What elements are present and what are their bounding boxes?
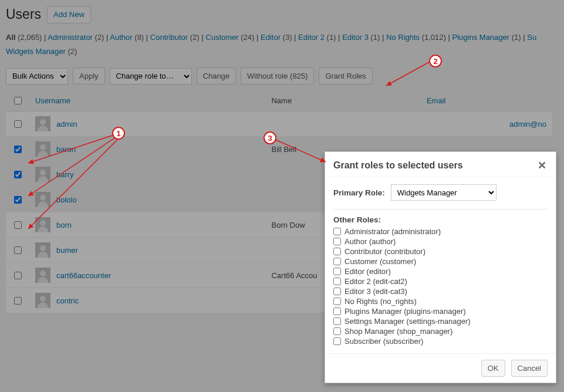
- role-checkbox[interactable]: [333, 268, 341, 275]
- grant-roles-dialog: Grant roles to selected users ✕ Primary …: [325, 151, 556, 383]
- role-checkbox[interactable]: [333, 298, 341, 305]
- role-checkbox[interactable]: [333, 278, 341, 285]
- primary-role-select[interactable]: Widgets Manager: [391, 184, 497, 201]
- role-option[interactable]: Editor 2 (edit-cat2): [333, 276, 548, 286]
- primary-role-label: Primary Role:: [333, 188, 385, 197]
- role-label: Subscriber (subscriber): [345, 337, 423, 346]
- role-label: Contributor (contributor): [345, 247, 425, 256]
- role-option[interactable]: Settings Manager (settings-manager): [333, 316, 548, 326]
- role-option[interactable]: Customer (customer): [333, 256, 548, 266]
- cancel-button[interactable]: Cancel: [511, 360, 548, 377]
- role-option[interactable]: No Rights (no_rights): [333, 296, 548, 306]
- role-label: Plugins Manager (plugins-manager): [345, 307, 466, 316]
- dialog-title: Grant roles to selected users: [333, 160, 463, 171]
- role-label: Shop Manager (shop_manager): [345, 327, 452, 336]
- role-label: Editor 3 (edit-cat3): [345, 287, 407, 296]
- role-label: Settings Manager (settings-manager): [345, 317, 471, 326]
- role-option[interactable]: Administrator (administrator): [333, 227, 548, 236]
- role-checkbox[interactable]: [333, 238, 341, 245]
- role-label: Editor 2 (edit-cat2): [345, 277, 407, 286]
- ok-button[interactable]: OK: [481, 360, 505, 377]
- role-checkbox[interactable]: [333, 258, 341, 265]
- role-label: Customer (customer): [345, 257, 416, 266]
- role-checkbox[interactable]: [333, 228, 341, 235]
- role-option[interactable]: Editor (editor): [333, 266, 548, 276]
- role-option[interactable]: Contributor (contributor): [333, 246, 548, 256]
- role-option[interactable]: Subscriber (subscriber): [333, 336, 548, 346]
- close-icon[interactable]: ✕: [538, 159, 546, 172]
- role-option[interactable]: Editor 3 (edit-cat3): [333, 286, 548, 296]
- role-checkbox[interactable]: [333, 327, 341, 335]
- role-label: Administrator (administrator): [345, 227, 441, 236]
- role-label: Editor (editor): [345, 267, 391, 276]
- role-option[interactable]: Plugins Manager (plugins-manager): [333, 306, 548, 316]
- role-checkbox[interactable]: [333, 307, 341, 315]
- other-roles-label: Other Roles:: [333, 215, 548, 224]
- role-checkbox[interactable]: [333, 337, 341, 345]
- role-option[interactable]: Author (author): [333, 236, 548, 246]
- role-checkbox[interactable]: [333, 317, 341, 325]
- annotation-2: 2: [429, 55, 442, 67]
- role-checkbox[interactable]: [333, 288, 341, 295]
- annotation-3: 3: [264, 131, 276, 144]
- role-label: Author (author): [345, 237, 396, 246]
- role-option[interactable]: Shop Manager (shop_manager): [333, 326, 548, 336]
- role-label: No Rights (no_rights): [345, 297, 417, 306]
- annotation-1: 1: [112, 127, 125, 140]
- role-checkbox[interactable]: [333, 248, 341, 255]
